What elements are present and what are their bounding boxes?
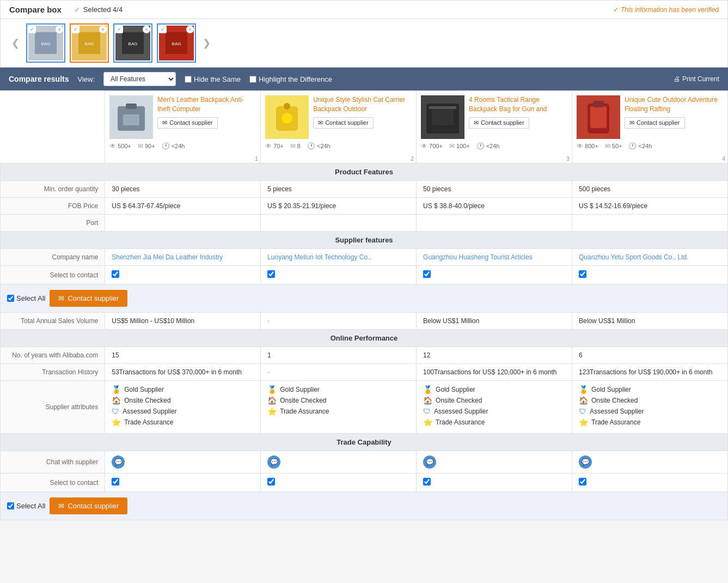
- product-title-link-4[interactable]: Unique Cute Outdoor Adventure Floating R…: [625, 96, 718, 113]
- select-to-contact-bottom-row: Select to contact: [1, 473, 728, 492]
- gold-icon-2: 🏅: [267, 385, 277, 394]
- company-link-2[interactable]: Luoyang Meilun Iot Technology Co.,: [267, 253, 371, 261]
- total-annual-sales-row: Total Annual Sales Volume US$5 Million -…: [1, 313, 728, 330]
- stat-response-4: 🕐 <24h: [628, 142, 652, 150]
- contact-supplier-btn-3[interactable]: ✉ Contact supplier: [469, 117, 529, 129]
- highlight-diff-label[interactable]: Highlight the Difference: [249, 75, 332, 83]
- company-name-label: Company name: [1, 249, 105, 266]
- fob-price-label: FOB Price: [1, 198, 105, 215]
- envelope-icon-2: ✉: [318, 119, 323, 126]
- product-header-4: Unique Cute Outdoor Adventure Floating R…: [572, 91, 728, 163]
- product-img-1: [109, 95, 153, 139]
- thumb-close-4[interactable]: ×: [186, 26, 194, 33]
- stat-messages-4: ✉ 50+: [605, 142, 622, 150]
- product-num-4: 4: [572, 154, 727, 163]
- product-img-2: [265, 95, 309, 139]
- thumb-next-button[interactable]: ❯: [200, 35, 213, 51]
- thumb-close-3[interactable]: ×: [143, 26, 150, 33]
- contact-checkbox-4[interactable]: [579, 270, 586, 278]
- product-title-link-1[interactable]: Men's Leather Backpack Anti-theft Comput…: [157, 96, 243, 113]
- company-link-1[interactable]: Shenzhen Jia Mei Da Leather Industry: [112, 253, 223, 261]
- trade-capability-header: Trade Capability: [1, 434, 728, 451]
- stat-response-2: 🕐 <24h: [307, 142, 331, 150]
- contact-supplier-btn-2[interactable]: ✉ Contact supplier: [313, 117, 374, 129]
- hide-same-label[interactable]: Hide the Same: [185, 75, 241, 83]
- product-title-link-3[interactable]: 4 Rooms Tactical Range Backpack Bag for …: [469, 96, 547, 113]
- company-link-3[interactable]: Guangzhou Huasheng Tourist Articles: [423, 253, 533, 261]
- select-checkbox-bottom-3: [417, 473, 572, 492]
- contact-supplier-orange-btn[interactable]: ✉ Contact supplier: [50, 290, 127, 307]
- online-performance-header-row: Online Performance: [1, 330, 728, 347]
- contact-checkbox-3[interactable]: [423, 270, 431, 278]
- product-title-link-2[interactable]: Unique Style Stylish Cat Carrier Backpac…: [313, 96, 405, 113]
- transaction-history-4: 123Transactions for US$ 190,000+ in 6 mo…: [572, 364, 728, 381]
- select-all-bottom-checkbox[interactable]: [7, 502, 14, 509]
- compare-table: Men's Leather Backpack Anti-theft Comput…: [0, 90, 728, 520]
- fob-price-2: US $ 20.35-21.91/piece: [261, 198, 417, 215]
- thumb-close-2[interactable]: ×: [99, 26, 107, 33]
- stat-views-3: 👁 700+: [421, 142, 443, 150]
- contact-supplier-btn-1[interactable]: ✉ Contact supplier: [157, 117, 218, 129]
- svg-text:BAG: BAG: [85, 41, 94, 46]
- min-order-1: 30 pieces: [105, 181, 261, 198]
- thumb-item-1: BAG ✓ ×: [26, 23, 65, 63]
- stat-response-1: 🕐 <24h: [162, 142, 185, 150]
- highlight-diff-checkbox[interactable]: [249, 76, 256, 83]
- eye-icon-3: 👁: [421, 142, 427, 150]
- envelope-orange-bottom-icon: ✉: [58, 502, 64, 510]
- supplier-attributes-label: Supplier attributes: [1, 381, 105, 434]
- compare-table-wrapper: Men's Leather Backpack Anti-theft Comput…: [0, 90, 728, 520]
- thumb-check-3: ✓: [115, 26, 123, 33]
- supplier-features-header: Supplier features: [1, 232, 728, 249]
- contact-checkbox-2[interactable]: [267, 270, 275, 278]
- message-icon-1: ✉: [138, 142, 143, 150]
- selected-badge: ✓ Selected 4/4: [75, 5, 123, 14]
- attr-assessed-3: 🛡 Assessed Supplier: [423, 407, 565, 416]
- stat-response-3: 🕐 <24h: [476, 142, 500, 150]
- svg-rect-22: [590, 106, 607, 128]
- contact-supplier-orange-btn-bottom[interactable]: ✉ Contact supplier: [50, 497, 127, 514]
- port-label: Port: [1, 215, 105, 232]
- select-checkbox-bottom-1: [105, 473, 261, 492]
- envelope-icon-4: ✉: [629, 119, 634, 126]
- attr-gold-4: 🏅 Gold Supplier: [579, 385, 721, 394]
- label-col-empty: [1, 91, 105, 163]
- contact-checkbox-bottom-1[interactable]: [112, 478, 119, 485]
- company-name-1: Shenzhen Jia Mei Da Leather Industry: [105, 249, 261, 266]
- years-alibaba-1: 15: [105, 347, 261, 364]
- verified-text: This information has been verified: [621, 6, 719, 14]
- chat-icon-3[interactable]: 💬: [423, 456, 436, 469]
- select-checkbox-3: [417, 266, 572, 284]
- company-link-4[interactable]: Quanzhou Yetu Sport Goods Co., Ltd.: [579, 253, 688, 261]
- view-select[interactable]: All Features Product Features Supplier F…: [103, 72, 176, 86]
- select-all-bottom-row: Select All ✉ Contact supplier: [1, 492, 728, 520]
- contact-supplier-btn-4[interactable]: ✉ Contact supplier: [625, 117, 685, 129]
- contact-checkbox-bottom-2[interactable]: [267, 478, 275, 485]
- contact-checkbox-bottom-3[interactable]: [423, 478, 431, 485]
- select-all-label[interactable]: Select All: [7, 294, 45, 302]
- chat-cell-2: 💬: [261, 451, 417, 473]
- gold-icon-4: 🏅: [579, 385, 588, 394]
- envelope-icon-1: ✉: [162, 119, 167, 126]
- supplier-attrs-2: 🏅 Gold Supplier 🏠 Onsite Checked ⭐ Trade…: [261, 381, 417, 434]
- selected-count: Selected 4/4: [83, 5, 123, 14]
- print-button[interactable]: 🖨 Print Current: [674, 75, 719, 83]
- chat-icon-2[interactable]: 💬: [267, 456, 280, 469]
- product-headers-row: Men's Leather Backpack Anti-theft Comput…: [1, 91, 728, 163]
- thumb-prev-button[interactable]: ❮: [9, 35, 22, 51]
- contact-checkbox-1[interactable]: [112, 270, 119, 278]
- hide-same-checkbox[interactable]: [185, 76, 192, 83]
- transaction-history-2: -: [261, 364, 417, 381]
- svg-rect-19: [429, 106, 456, 109]
- stat-views-4: 👁 800+: [577, 142, 598, 150]
- svg-rect-23: [593, 101, 604, 107]
- select-checkbox-bottom-2: [261, 473, 417, 492]
- select-all-checkbox[interactable]: [7, 295, 14, 302]
- contact-checkbox-bottom-4[interactable]: [579, 478, 586, 485]
- chat-icon-4[interactable]: 💬: [579, 456, 592, 469]
- thumb-close-1[interactable]: ×: [56, 26, 63, 33]
- select-all-bottom-label[interactable]: Select All: [7, 502, 45, 510]
- svg-point-15: [284, 103, 290, 110]
- chat-icon-1[interactable]: 💬: [112, 456, 125, 469]
- attr-assessed-1: 🛡 Assessed Supplier: [112, 407, 254, 416]
